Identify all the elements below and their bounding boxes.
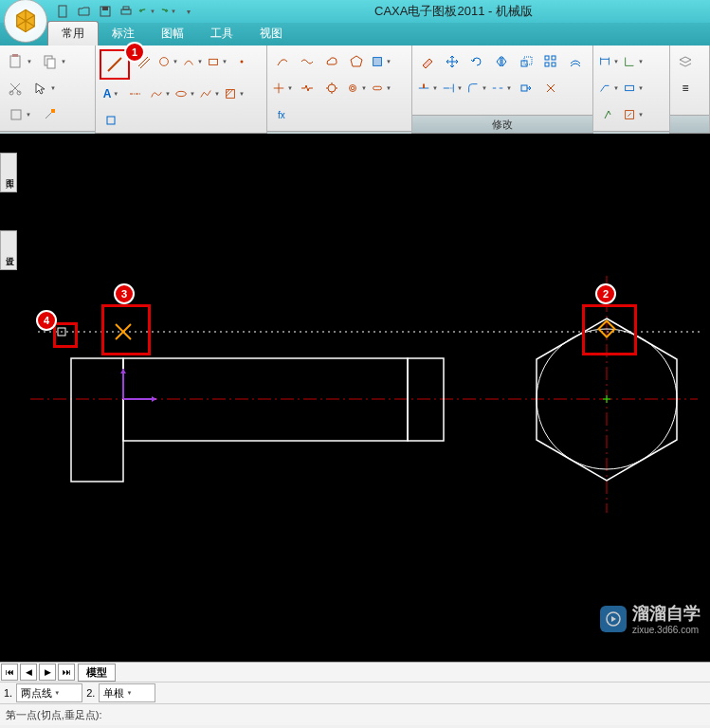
svg-rect-17 [209, 59, 218, 64]
curve-icon[interactable] [271, 49, 294, 74]
move-icon[interactable] [441, 49, 464, 74]
svg-rect-37 [552, 56, 555, 60]
app-logo[interactable] [4, 0, 47, 43]
rect-icon[interactable]: ▼ [206, 49, 228, 74]
watermark-brand: 溜溜自学 [632, 602, 701, 625]
opt1-number: 1. [4, 687, 12, 699]
new-file-icon[interactable] [55, 3, 72, 20]
svg-point-18 [241, 61, 244, 64]
svg-point-28 [328, 84, 336, 92]
line-count-dropdown[interactable]: 单根 ▼ [99, 683, 155, 702]
ellipse-icon[interactable]: ▼ [173, 82, 196, 106]
more-icon[interactable]: ≡ [674, 76, 697, 100]
offset-icon[interactable] [564, 49, 587, 74]
arc-icon[interactable]: ▼ [181, 49, 204, 74]
svg-rect-53 [626, 85, 634, 90]
option-row: 1. 两点线 ▼ 2. 单根 ▼ [0, 682, 710, 703]
svg-rect-2 [102, 7, 108, 10]
svg-rect-25 [373, 58, 382, 66]
scale-icon[interactable] [515, 49, 537, 74]
print-icon[interactable] [118, 3, 135, 20]
slot-icon[interactable]: ▼ [370, 76, 392, 100]
svg-point-16 [160, 58, 169, 66]
svg-rect-0 [59, 6, 66, 17]
parallel-line-icon[interactable] [132, 49, 155, 74]
svg-rect-4 [123, 7, 129, 9]
save-icon[interactable] [97, 3, 114, 20]
polyline-icon[interactable]: ▼ [198, 82, 221, 106]
break-line-icon[interactable] [296, 76, 319, 100]
watermark-url: zixue.3d66.com [632, 625, 701, 635]
ribbon-tabs: 常用 标注 图幅 工具 视图 [0, 23, 710, 46]
svg-rect-24 [107, 117, 115, 124]
rotate-icon[interactable] [465, 49, 488, 74]
erase-icon[interactable] [416, 49, 439, 74]
fill-icon[interactable]: ▼ [370, 49, 392, 74]
hatch-icon[interactable]: ▼ [223, 82, 246, 106]
nav-next-icon[interactable]: ▶ [39, 664, 56, 681]
block-icon[interactable] [100, 108, 122, 133]
trim-icon[interactable]: ▼ [416, 76, 439, 100]
centerline-icon[interactable] [124, 82, 147, 106]
marker-box-2 [582, 304, 637, 355]
edit-dim-icon[interactable]: ▼ [622, 102, 645, 127]
svg-rect-47 [521, 85, 527, 91]
gear-icon[interactable] [320, 76, 343, 100]
redo-icon[interactable]: ▼ [159, 3, 176, 20]
break-icon[interactable]: ▼ [490, 76, 513, 100]
line-count-value: 单根 [103, 686, 124, 701]
tab-common[interactable]: 常用 [47, 21, 99, 46]
polygon-icon[interactable] [345, 49, 368, 74]
svg-rect-12 [51, 109, 55, 113]
marker-box-4 [53, 322, 78, 348]
svg-rect-6 [12, 54, 18, 57]
wave-icon[interactable] [296, 49, 319, 74]
roughness-icon[interactable] [597, 102, 620, 127]
hole-icon[interactable]: ▼ [345, 76, 368, 100]
fillet-icon[interactable]: ▼ [465, 76, 488, 100]
properties-button[interactable]: ▼ [4, 102, 36, 127]
coord-dim-icon[interactable]: ▼ [622, 49, 645, 74]
extend-icon[interactable]: ▼ [441, 76, 464, 100]
copy-button[interactable]: ▼ [38, 49, 70, 74]
nav-last-icon[interactable]: ⏭ [58, 664, 75, 681]
command-line[interactable]: 第一点(切点,垂足点): [0, 703, 710, 725]
stretch-icon[interactable] [515, 76, 537, 100]
tolerance-icon[interactable]: ▼ [622, 76, 645, 100]
array-icon[interactable] [539, 49, 562, 74]
nav-prev-icon[interactable]: ◀ [20, 664, 37, 681]
line-mode-dropdown[interactable]: 两点线 ▼ [16, 683, 82, 702]
command-prompt: 第一点(切点,垂足点): [6, 708, 101, 722]
panel-label-modify: 修改 [412, 115, 592, 133]
tab-frame[interactable]: 图幅 [148, 22, 197, 46]
match-icon[interactable] [38, 102, 61, 127]
leader-icon[interactable]: ▼ [597, 76, 620, 100]
explode-icon[interactable] [539, 76, 562, 100]
tab-tools[interactable]: 工具 [197, 22, 246, 46]
undo-icon[interactable]: ▼ [138, 3, 155, 20]
formula-icon[interactable]: fx [271, 102, 294, 127]
mirror-icon[interactable] [490, 49, 513, 74]
layer-icon[interactable] [674, 49, 697, 74]
tab-view[interactable]: 视图 [246, 22, 296, 46]
point-icon[interactable] [230, 49, 253, 74]
drawing-canvas[interactable]: 图库 设置 [0, 134, 710, 662]
open-file-icon[interactable] [76, 3, 93, 20]
chevron-down-icon: ▼ [54, 690, 60, 696]
circle-icon[interactable]: ▼ [156, 49, 179, 74]
svg-line-23 [227, 90, 233, 97]
paste-button[interactable]: ▼ [4, 49, 36, 74]
qat-customize-icon[interactable]: ▾ [180, 3, 197, 20]
cut-icon[interactable] [4, 76, 27, 100]
linear-dim-icon[interactable]: ▼ [597, 49, 620, 74]
tab-annotate[interactable]: 标注 [99, 22, 148, 46]
select-button[interactable]: ▼ [28, 76, 61, 100]
marker-label-2: 2 [595, 283, 616, 304]
line-mode-value: 两点线 [21, 686, 52, 701]
nav-first-icon[interactable]: ⏮ [1, 664, 18, 681]
cloud-icon[interactable] [320, 49, 343, 74]
spline-icon[interactable]: ▼ [149, 82, 172, 106]
model-tab[interactable]: 模型 [78, 664, 116, 682]
construction-line-icon[interactable]: ▼ [271, 76, 294, 100]
text-icon[interactable]: A▼ [100, 82, 122, 106]
